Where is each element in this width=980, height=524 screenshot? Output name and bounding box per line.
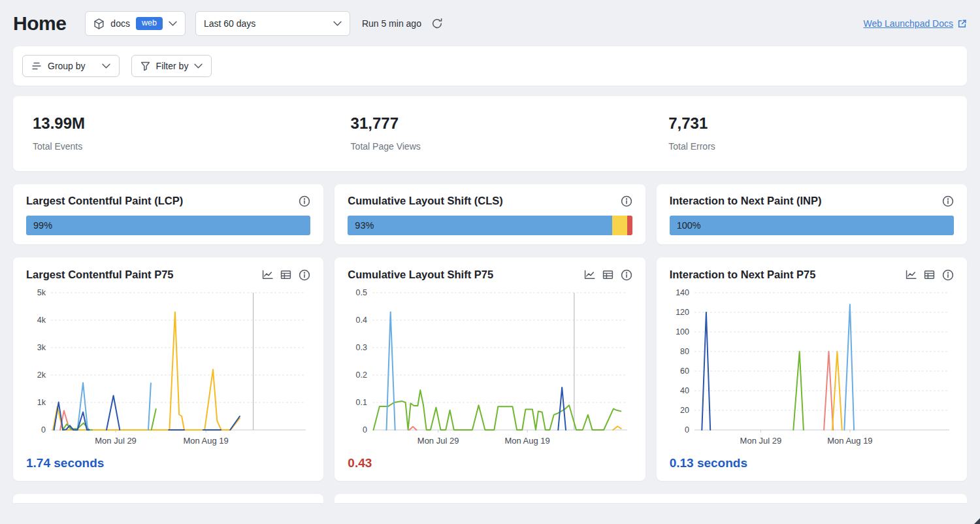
cls-score-card: Cumulative Layout Shift (CLS) 93% bbox=[335, 184, 645, 244]
svg-text:4k: 4k bbox=[37, 316, 46, 325]
entity-name: docs bbox=[110, 18, 130, 29]
table-icon[interactable] bbox=[602, 270, 613, 280]
stat-total-errors: 7,731 Total Errors bbox=[649, 114, 967, 152]
lcp-p75-chart[interactable]: 5k4k3k2k1k0Mon Jul 29Mon Aug 19 bbox=[26, 285, 310, 450]
info-icon[interactable] bbox=[942, 195, 954, 207]
stat-value: 13.99M bbox=[33, 114, 331, 133]
card-title: Largest Contentful Paint P75 bbox=[26, 269, 174, 281]
info-icon[interactable] bbox=[299, 269, 310, 281]
svg-text:0.4: 0.4 bbox=[356, 316, 367, 325]
svg-text:Mon Jul 29: Mon Jul 29 bbox=[417, 436, 459, 446]
svg-text:0: 0 bbox=[363, 425, 367, 434]
card-title: Largest Contentful Paint (LCP) bbox=[26, 195, 183, 207]
svg-text:120: 120 bbox=[676, 308, 689, 317]
web-vitals-chart-row: Largest Contentful Paint P75 5k4k3k2k1k0… bbox=[13, 257, 967, 481]
svg-text:0.1: 0.1 bbox=[356, 398, 367, 407]
stat-value: 7,731 bbox=[668, 114, 967, 133]
stat-value: 31,777 bbox=[351, 114, 649, 133]
group-by-label: Group by bbox=[48, 61, 86, 71]
inp-p75-chart-card: Interaction to Next Paint P75 1401201008… bbox=[657, 257, 967, 481]
table-icon[interactable] bbox=[280, 270, 291, 280]
cls-p75-chart[interactable]: 0.50.40.30.20.10Mon Jul 29Mon Aug 19 bbox=[348, 285, 632, 450]
svg-text:1k: 1k bbox=[37, 398, 46, 407]
svg-text:140: 140 bbox=[676, 288, 689, 297]
inp-score-bar: 100% bbox=[670, 216, 954, 235]
inp-p75-chart[interactable]: 140120100806040200Mon Jul 29Mon Aug 19 bbox=[670, 285, 954, 450]
svg-text:0.5: 0.5 bbox=[356, 288, 367, 297]
line-chart-icon[interactable] bbox=[906, 270, 917, 280]
chevron-down-icon bbox=[169, 21, 177, 26]
lcp-score-bar: 99% bbox=[26, 216, 310, 235]
page-title: Home bbox=[13, 12, 66, 35]
stat-label: Total Errors bbox=[668, 141, 967, 152]
cls-p75-value: 0.43 bbox=[348, 456, 632, 470]
chevron-down-icon bbox=[194, 63, 203, 69]
last-run-label: Run 5 min ago bbox=[362, 18, 421, 29]
lcp-p75-chart-card: Largest Contentful Paint P75 5k4k3k2k1k0… bbox=[13, 257, 323, 481]
external-link-icon bbox=[957, 19, 967, 29]
svg-text:Mon Aug 19: Mon Aug 19 bbox=[827, 436, 872, 446]
svg-text:0.3: 0.3 bbox=[356, 343, 367, 352]
score-label: 93% bbox=[355, 216, 374, 235]
entity-picker[interactable]: docs web bbox=[85, 11, 186, 36]
cls-score-bar: 93% bbox=[348, 216, 632, 235]
svg-text:Mon Jul 29: Mon Jul 29 bbox=[95, 436, 137, 446]
filter-bar: Group by Filter by bbox=[13, 46, 967, 86]
cube-icon bbox=[93, 18, 105, 29]
chevron-down-icon bbox=[333, 21, 342, 26]
svg-text:40: 40 bbox=[680, 386, 689, 395]
partial-card bbox=[13, 494, 323, 503]
group-by-button[interactable]: Group by bbox=[22, 55, 120, 77]
card-title: Interaction to Next Paint P75 bbox=[670, 269, 816, 281]
svg-text:0: 0 bbox=[41, 425, 46, 434]
card-title: Interaction to Next Paint (INP) bbox=[670, 195, 822, 207]
funnel-icon bbox=[140, 61, 150, 71]
score-label: 100% bbox=[677, 216, 701, 235]
svg-text:100: 100 bbox=[676, 327, 689, 336]
time-picker-value: Last 60 days bbox=[204, 18, 255, 29]
refresh-icon[interactable] bbox=[431, 18, 443, 29]
group-by-icon bbox=[31, 61, 42, 71]
web-vitals-score-row: Largest Contentful Paint (LCP) 99% Cumul… bbox=[13, 184, 967, 244]
chevron-down-icon bbox=[102, 63, 110, 69]
stat-label: Total Page Views bbox=[351, 141, 649, 152]
inp-score-card: Interaction to Next Paint (INP) 100% bbox=[657, 184, 967, 244]
entity-type-badge: web bbox=[136, 17, 163, 30]
line-chart-icon[interactable] bbox=[262, 270, 273, 280]
time-picker[interactable]: Last 60 days bbox=[195, 11, 350, 36]
svg-text:20: 20 bbox=[680, 406, 689, 415]
info-icon[interactable] bbox=[299, 195, 310, 207]
svg-text:3k: 3k bbox=[37, 343, 46, 352]
stat-total-events: 13.99M Total Events bbox=[13, 114, 331, 152]
svg-text:Mon Aug 19: Mon Aug 19 bbox=[183, 436, 228, 446]
filter-by-button[interactable]: Filter by bbox=[131, 55, 212, 77]
partial-card bbox=[335, 494, 967, 503]
svg-text:Mon Jul 29: Mon Jul 29 bbox=[740, 436, 781, 446]
svg-text:80: 80 bbox=[680, 347, 689, 356]
line-chart-icon[interactable] bbox=[584, 270, 595, 280]
info-icon[interactable] bbox=[621, 269, 632, 281]
card-title: Cumulative Layout Shift (CLS) bbox=[348, 195, 502, 207]
lcp-score-card: Largest Contentful Paint (LCP) 99% bbox=[13, 184, 323, 244]
docs-link[interactable]: Web Launchpad Docs bbox=[864, 18, 954, 29]
table-icon[interactable] bbox=[924, 270, 935, 280]
svg-text:0: 0 bbox=[685, 425, 689, 434]
svg-text:0.2: 0.2 bbox=[356, 370, 367, 380]
svg-text:Mon Aug 19: Mon Aug 19 bbox=[505, 436, 550, 446]
svg-text:5k: 5k bbox=[37, 288, 46, 297]
page-header: Home docs web Last 60 days Run 5 min ago… bbox=[0, 0, 980, 45]
score-label: 99% bbox=[33, 216, 52, 235]
resize-corner bbox=[974, 518, 980, 524]
svg-text:2k: 2k bbox=[37, 370, 46, 380]
info-icon[interactable] bbox=[942, 269, 954, 281]
billboard-card: 13.99M Total Events 31,777 Total Page Vi… bbox=[13, 96, 967, 171]
stat-label: Total Events bbox=[33, 141, 331, 152]
lcp-p75-value: 1.74 seconds bbox=[26, 456, 310, 470]
filter-by-label: Filter by bbox=[156, 61, 189, 71]
info-icon[interactable] bbox=[621, 195, 632, 207]
svg-text:60: 60 bbox=[680, 367, 689, 376]
next-row-partial bbox=[13, 494, 967, 503]
cls-p75-chart-card: Cumulative Layout Shift P75 0.50.40.30.2… bbox=[335, 257, 645, 481]
inp-p75-value: 0.13 seconds bbox=[670, 456, 954, 470]
card-title: Cumulative Layout Shift P75 bbox=[348, 269, 493, 281]
